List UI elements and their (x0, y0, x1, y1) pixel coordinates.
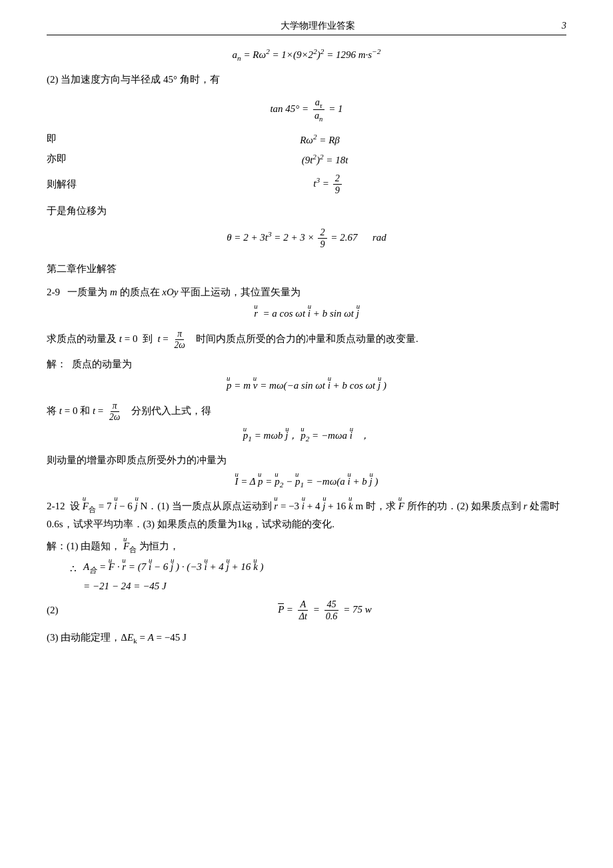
chapter2-title: 第二章作业解答 (47, 261, 566, 278)
eq-an: an = Rω2 = 1×(9×22)2 = 1296 m·s−2 (47, 47, 566, 62)
header-title: 大学物理作业答案 (73, 20, 562, 32)
section2-intro: (2) 当加速度方向与半径成 45° 角时，有 (47, 71, 566, 89)
prob29-title: 2-9 一质量为 m 的质点在 xOy 平面上运动，其位置矢量为 (47, 284, 566, 301)
label-ze: 则动量的增量亦即质点所受外力的冲量为 (47, 452, 566, 469)
sub-t-intro: 将 t = 0 和 t = π 2ω 分别代入上式，得 (47, 401, 566, 423)
label-jie2: 解：(1) 由题知， u F 合 为恒力， (47, 538, 566, 556)
eq-romega-rbeta: 即 Rω2 = Rβ (47, 133, 566, 146)
eq-A-line1: ∴ A合 = u F · u r = (7 u i − 6 u j ) · (−… (47, 561, 566, 575)
eq-P: (2) P = A Δt = 45 0.6 = 75 w (47, 599, 566, 622)
eq-tan45: tan 45° = aτ an = 1 (47, 97, 566, 123)
eq-r-vector: u r = a cos ωt u i + b sin ωt u j (47, 308, 566, 319)
label-3: (3) 由动能定理，ΔEk = A = −45 J (47, 629, 566, 647)
label-yiji: 亦即 (47, 153, 83, 165)
label-jie: 解： 质点的动量为 (47, 356, 566, 373)
eq-A-line2: = −21 − 24 = −45 J (47, 581, 566, 592)
label-2: (2) (47, 605, 83, 616)
prob29-ask: 求质点的动量及 t = 0 到 t = π 2ω 时间内质点所受的合力的冲量和质… (47, 329, 566, 351)
prob212-title: 2-12 设 u F 合 = 7 u i − 6 u j N．(1) 当一质点从… (47, 498, 566, 533)
eq-I: u I = Δ u p = u p 2 − u p 1 = −mω(a u i … (47, 476, 566, 489)
page-header: 大学物理作业答案 3 (47, 20, 566, 35)
eq-t3: 则解得 t3 = 2 9 (47, 173, 566, 196)
eq-p1-p2: u p 1 = mωb u j ， u p 2 = −mωa u i ， (47, 429, 566, 443)
eq-p: u p = m u v = mω(−a sin ωt u i + b cos ω… (47, 380, 566, 391)
eq-9t2-18t: 亦即 (9t2)2 = 18t (47, 153, 566, 166)
label-yushi: 于是角位移为 (47, 203, 566, 220)
label-ji: 即 (47, 133, 73, 145)
eq-theta: θ = 2 + 3t3 = 2 + 3 × 2 9 = 2.67 rad (47, 227, 566, 250)
header-page: 3 (562, 21, 566, 31)
label-zejide: 则解得 (47, 178, 90, 191)
